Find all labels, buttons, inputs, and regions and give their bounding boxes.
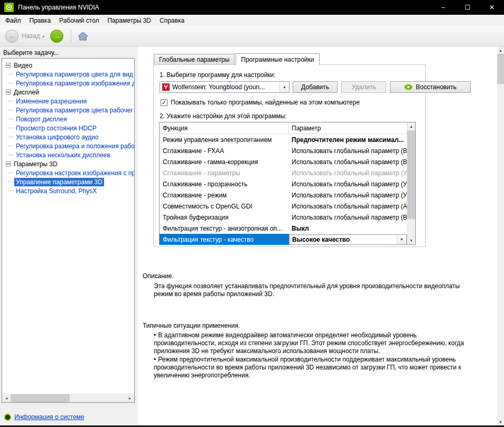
- home-button[interactable]: [78, 32, 88, 41]
- tree-item-multiple-displays[interactable]: Установка нескольких дисплеев: [4, 150, 134, 159]
- main-content: Глобальные параметры Программные настрой…: [138, 46, 497, 425]
- feature-cell: Совместимость с OpenGL GDI: [160, 203, 289, 210]
- collapse-icon[interactable]: [6, 63, 11, 68]
- tab-program-settings[interactable]: Программные настройки: [236, 53, 319, 65]
- tab-global-settings[interactable]: Глобальные параметры: [154, 54, 235, 64]
- table-row-texture-quality[interactable]: Фильтрация текстур - качество Высокое ка…: [160, 234, 407, 245]
- forward-button[interactable]: →: [50, 30, 63, 43]
- chevron-down-icon[interactable]: ▼: [279, 82, 289, 92]
- toolbar-separator: [71, 30, 71, 42]
- tree-group-display[interactable]: Дисплей: [4, 88, 134, 97]
- add-button[interactable]: Добавить: [293, 81, 338, 93]
- table-row-opengl-gdi[interactable]: Совместимость с OpenGL GDI Использовать …: [160, 201, 407, 212]
- step2-label: 2. Укажите настройки для этой программы:: [160, 112, 287, 120]
- table-row-power-mode[interactable]: Режим управления электропитанием Предпоч…: [160, 134, 407, 145]
- collapse-icon[interactable]: [6, 162, 11, 166]
- tree-item-label: Настройка Surround, PhysX: [16, 187, 97, 195]
- table-row-aa-settings[interactable]: Сглаживание - параметры Использовать гло…: [160, 167, 407, 178]
- feature-cell: Фильтрация текстур - анизотропная оп...: [160, 225, 289, 232]
- minimize-icon: –: [442, 4, 445, 11]
- tree-item-manage-3d-settings[interactable]: Управление параметрами 3D: [4, 177, 134, 186]
- usage-bullet-text: В адаптивном режиме видеодрайвер автомат…: [154, 331, 464, 355]
- tree-group-3d-settings[interactable]: Параметры 3D: [4, 159, 134, 168]
- usage-bullet-text: Режим предпочтительной максимальной прои…: [154, 356, 461, 379]
- sidebar-header: Выберите задачу...: [0, 46, 138, 58]
- restore-button[interactable]: Восстановить: [390, 81, 471, 93]
- settings-tabs: Глобальные параметры Программные настрой…: [154, 53, 321, 65]
- table-row-fxaa[interactable]: Сглаживание - FXAA Использовать глобальн…: [160, 145, 407, 156]
- tree-item-size-position[interactable]: Регулировка размера и положения рабо: [4, 141, 134, 150]
- program-select[interactable]: Wolfenstein: Youngblood (youn... ▼: [160, 81, 290, 93]
- show-only-programs-checkbox[interactable]: ✓: [161, 99, 167, 106]
- feature-cell: Сглаживание - параметры: [160, 169, 289, 177]
- scrollbar-thumb[interactable]: [407, 130, 415, 219]
- description-body: Эта функция позволяет устанавливать пред…: [154, 282, 472, 298]
- tree-item-desktop-color[interactable]: Регулировка параметров цвета рабочег: [4, 106, 134, 115]
- restore-button-label: Восстановить: [416, 83, 456, 91]
- forward-arrow-icon: →: [53, 32, 60, 40]
- scroll-right-button[interactable]: ►: [126, 394, 134, 403]
- table-row-gamma-correction[interactable]: Сглаживание - гамма-коррекция Использова…: [160, 156, 407, 167]
- tree-item-hdcp-status[interactable]: Просмотр состояния HDCP: [4, 124, 134, 132]
- menu-3d-settings[interactable]: Параметры 3D: [103, 15, 155, 26]
- tree-group-video[interactable]: Видео: [4, 61, 134, 70]
- back-arrow-icon: ←: [8, 32, 15, 40]
- system-info-link[interactable]: Информация о системе: [14, 413, 84, 421]
- tree-item-label: Регулировка параметров изображения д: [16, 80, 134, 87]
- navigation-toolbar: ← Назад ▼ →: [0, 26, 504, 46]
- value-dropdown[interactable]: Высокое качество ▼: [289, 234, 407, 245]
- menu-desktop[interactable]: Рабочий стол: [55, 15, 103, 26]
- bullet-icon: •: [154, 356, 156, 363]
- program-settings-panel: 1. Выберите программу для настройки: Wol…: [153, 64, 426, 247]
- history-dropdown-icon[interactable]: ▼: [41, 35, 45, 39]
- table-row-triple-buffering[interactable]: Тройная буферизация Использовать глобаль…: [160, 212, 407, 223]
- tree-item-video-color[interactable]: Регулировка параметров цвета для вид: [4, 70, 134, 79]
- scroll-up-button[interactable]: ▲: [497, 46, 504, 54]
- scroll-down-button[interactable]: ▼: [497, 418, 504, 425]
- scrollbar-thumb[interactable]: [497, 54, 504, 84]
- chevron-down-icon[interactable]: ▼: [397, 235, 406, 244]
- tree-item-label: Установка нескольких дисплеев: [16, 151, 110, 159]
- task-tree: Видео Регулировка параметров цвета для в…: [2, 58, 135, 403]
- column-header-feature: Функция: [160, 122, 289, 134]
- maximize-icon: ☐: [465, 4, 471, 11]
- scroll-down-button[interactable]: ▼: [407, 236, 415, 244]
- tree-item-resolution[interactable]: Изменение разрешения: [4, 97, 134, 106]
- nvidia-control-panel-window: Панель управления NVIDIA – ☐ ✕ Файл Прав…: [0, 0, 504, 427]
- close-button[interactable]: ✕: [480, 0, 504, 15]
- table-row-aa-transparency[interactable]: Сглаживание - прозрачность Использовать …: [160, 178, 407, 189]
- task-tree-list: Видео Регулировка параметров цвета для в…: [2, 59, 134, 195]
- scroll-left-button[interactable]: ◄: [2, 394, 11, 403]
- value-cell: Выкл: [289, 225, 407, 232]
- tree-item-digital-audio[interactable]: Установка цифрового аудио: [4, 132, 134, 141]
- usage-bullet: •В адаптивном режиме видеодрайвер автома…: [154, 331, 472, 355]
- maximize-button[interactable]: ☐: [455, 0, 480, 15]
- tree-item-label: Управление параметрами 3D: [14, 178, 104, 186]
- usage-bullets: •В адаптивном режиме видеодрайвер автома…: [154, 331, 472, 380]
- table-row-anisotropic[interactable]: Фильтрация текстур - анизотропная оп... …: [160, 223, 407, 234]
- back-button[interactable]: ←: [5, 30, 18, 43]
- remove-button[interactable]: Удалить: [341, 81, 386, 93]
- tree-item-surround-physx[interactable]: Настройка Surround, PhysX: [4, 186, 134, 195]
- scrollbar-thumb[interactable]: [11, 394, 70, 403]
- tree-group-label: Дисплей: [14, 89, 39, 96]
- tree-item-video-image[interactable]: Регулировка параметров изображения д: [4, 79, 134, 88]
- column-header-parameter: Параметр: [289, 125, 407, 132]
- table-row-aa-mode[interactable]: Сглаживание - режим Использовать глобаль…: [160, 189, 407, 201]
- tree-item-label: Регулировка параметров цвета рабочег: [16, 107, 133, 114]
- value-cell: Использовать глобальный параметр (Вкл): [289, 158, 407, 166]
- feature-cell: Фильтрация текстур - качество: [160, 234, 289, 245]
- menu-file[interactable]: Файл: [1, 15, 25, 26]
- value-cell: Использовать глобальный параметр (У...): [289, 169, 407, 177]
- menu-edit[interactable]: Правка: [25, 15, 55, 26]
- menu-help[interactable]: Справка: [155, 15, 189, 26]
- minimize-button[interactable]: –: [431, 0, 455, 15]
- collapse-icon[interactable]: [6, 90, 11, 94]
- scroll-up-button[interactable]: ▲: [407, 122, 415, 130]
- tree-item-label: Поворот дисплея: [16, 116, 67, 123]
- feature-cell: Тройная буферизация: [160, 214, 289, 221]
- tree-item-rotate-display[interactable]: Поворот дисплея: [4, 115, 134, 124]
- feature-cell: Сглаживание - FXAA: [160, 147, 289, 155]
- tree-item-image-settings-preview[interactable]: Регулировка настроек изображения с пр: [4, 168, 134, 177]
- scrollbar-track: [497, 84, 504, 418]
